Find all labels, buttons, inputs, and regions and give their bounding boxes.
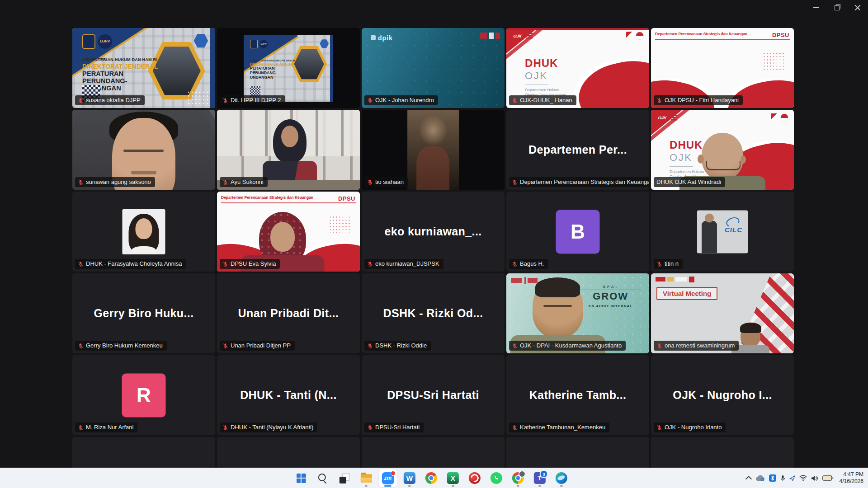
participant-tile[interactable]: DJPPKEMENTERIAN HUKUM DAN HAM RIDIREKTOR…: [72, 28, 215, 108]
participant-name-text: Dit. HPP III DJPP 2: [231, 97, 281, 104]
muted-mic-icon: [367, 261, 373, 267]
participant-tile[interactable]: Gerry Biro Huku...Gerry Biro Hukum Kemen…: [72, 273, 215, 353]
participant-tile[interactable]: OJKDHUKOJKDepartemen HukumOtoritas Jasa …: [651, 110, 794, 190]
participant-tile[interactable]: RM. Riza Nur Arfani: [72, 355, 215, 435]
participant-name-label: DHUK OJK Aat Windradi: [654, 177, 725, 187]
participant-tile[interactable]: Departemen Perencanaan Strategis dan Keu…: [651, 28, 794, 108]
djpp-shared-screen: DJPPKEMENTERIAN HUKUM DAN HAM RIDIREKTOR…: [244, 35, 333, 102]
volume-icon[interactable]: [811, 475, 818, 481]
taskbar-button-acrobat[interactable]: [466, 469, 484, 487]
participant-name-text: Ayu Sukorini: [231, 178, 264, 186]
location-icon[interactable]: [789, 475, 795, 481]
participant-face: [417, 146, 450, 190]
muted-mic-icon: [656, 425, 662, 431]
restore-button[interactable]: [826, 0, 847, 15]
participant-tile[interactable]: DJPPKEMENTERIAN HUKUM DAN HAM RIDIREKTOR…: [217, 28, 360, 108]
participant-tile[interactable]: sunawan agung saksono: [72, 110, 215, 190]
participant-tile[interactable]: Katherine Tamb...Katherine Tambunan_Keme…: [506, 355, 649, 435]
muted-mic-icon: [78, 98, 84, 103]
participant-tile[interactable]: OJK - Nugroho I...OJK - Nugroho Irianto: [651, 355, 794, 435]
bluetooth-icon[interactable]: [769, 474, 776, 482]
participant-tile[interactable]: CILCtitin n: [651, 192, 794, 272]
minimize-button[interactable]: [806, 0, 826, 15]
participant-name-text: titin n: [665, 260, 679, 267]
task-view-icon: [339, 473, 349, 483]
taskbar-button-zoom[interactable]: zm: [379, 469, 397, 487]
taskbar-button-teams[interactable]: T3: [531, 469, 549, 487]
onedrive-icon[interactable]: [755, 475, 765, 482]
dhuk-slide-text: DHUKOJKDepartemen HukumOtoritas Jasa Keu…: [525, 57, 566, 98]
participant-tile[interactable]: [72, 437, 215, 468]
cutoff-participant-tile: [217, 437, 360, 468]
teams-icon: T3: [534, 472, 546, 484]
taskbar-button-chrome-profile[interactable]: [509, 469, 527, 487]
participant-tile[interactable]: eko kurniawan_...eko kurniawan_DJSPSK: [362, 192, 505, 272]
close-button[interactable]: [847, 0, 868, 15]
participant-tile[interactable]: [651, 437, 794, 468]
event-logos-icon: [771, 113, 788, 122]
participant-tile[interactable]: [506, 437, 649, 468]
participant-name-label: titin n: [654, 259, 683, 269]
acrobat-icon: [469, 472, 481, 484]
participant-tile[interactable]: Unan Pribadi Dit...Unan Pribadi Ditjen P…: [217, 273, 360, 353]
participant-tile[interactable]: DHUK - Farasyalwa Choleyfa Annisa: [72, 192, 215, 272]
participant-tile[interactable]: OJKDHUKOJKDepartemen HukumOtoritas Jasa …: [506, 28, 649, 108]
djpp-logo-icon: DJPP: [259, 40, 268, 48]
clock-time: 4:47 PM: [840, 471, 863, 478]
taskbar-button-start[interactable]: [292, 469, 310, 487]
microphone-icon[interactable]: [780, 475, 785, 482]
participant-tile[interactable]: [217, 437, 360, 468]
muted-mic-icon: [512, 98, 518, 103]
muted-mic-icon: [656, 98, 662, 103]
participant-tile[interactable]: dpikOJK - Johan Nurendro: [362, 28, 505, 108]
participant-name-label: OJK DPSU - Fitri Handayani: [654, 95, 743, 105]
wifi-icon[interactable]: [799, 475, 807, 481]
participant-name-label: DPSU Eva Sylvia: [220, 259, 280, 269]
taskbar-button-chrome[interactable]: [422, 469, 440, 487]
participant-tile[interactable]: Departemen Perencanaan Strategis dan Keu…: [217, 192, 360, 272]
participant-name-label: Katherine Tambunan_Kemenkeu: [509, 422, 609, 432]
taskbar-button-whatsapp[interactable]: [487, 469, 505, 487]
minimize-icon: [813, 7, 819, 8]
excel-icon: X: [447, 472, 459, 484]
muted-mic-icon: [222, 179, 228, 185]
muted-mic-icon: [367, 343, 373, 349]
participant-tile[interactable]: [362, 437, 505, 468]
participant-video: [407, 110, 459, 190]
participant-tile[interactable]: DPSU-Sri HartatiDPSU-Sri Hartati: [362, 355, 505, 435]
participant-tile[interactable]: Ayu Sukorini: [217, 110, 360, 190]
muted-mic-icon: [222, 98, 228, 103]
muted-mic-icon: [78, 425, 84, 431]
corner-logos-icon: [480, 33, 500, 39]
cutoff-participant-tile: [362, 437, 505, 468]
clock-date: 4/16/2026: [840, 478, 863, 485]
participant-name-label: OJK - DPAI - Kusdarmawan Agustianto: [509, 341, 626, 351]
taskbar-button-file-explorer[interactable]: [357, 469, 375, 487]
muted-mic-icon: [512, 343, 518, 349]
edge-icon: [556, 472, 567, 484]
taskbar-clock[interactable]: 4:47 PM 4/16/2026: [840, 471, 865, 485]
participant-tile[interactable]: BBagus H.: [506, 192, 649, 272]
participant-tile[interactable]: Departemen Per...Departemen Perencanaan …: [506, 110, 649, 190]
taskbar-button-task-view[interactable]: [335, 469, 354, 487]
running-indicator: [538, 485, 541, 487]
taskbar-button-word[interactable]: W: [401, 469, 419, 487]
participant-tile[interactable]: SPAIGROWEN AUDIT INTERNALOJK - DPAI - Ku…: [506, 273, 649, 353]
taskbar-button-edge[interactable]: [552, 469, 571, 487]
participant-tile[interactable]: Virtual Meetingona retnesti swaminingrum: [651, 273, 794, 353]
participant-tile[interactable]: DSHK - Rizki Od...DSHK - Rizki Oddie: [362, 273, 505, 353]
letter-avatar: R: [122, 373, 166, 417]
battery-icon[interactable]: [822, 475, 834, 481]
ojk-logo-icon: OJK: [511, 32, 533, 40]
participant-tile[interactable]: tio siahaan: [362, 110, 505, 190]
taskbar-button-excel[interactable]: X: [444, 469, 462, 487]
muted-mic-icon: [656, 343, 662, 349]
letter-avatar: B: [556, 210, 600, 253]
hidden-icons-chevron-icon[interactable]: [745, 475, 752, 482]
taskbar-button-search[interactable]: [314, 469, 332, 487]
muted-mic-icon: [512, 179, 518, 185]
participant-name-text: Unan Pribadi Ditjen PP: [231, 342, 291, 349]
participant-name-text: sunawan agung saksono: [86, 178, 151, 186]
participant-tile[interactable]: DHUK - Tanti (N...DHUK - Tanti (Nyiayu K…: [217, 355, 360, 435]
participant-name-label: Ayu Sukorini: [220, 177, 268, 187]
